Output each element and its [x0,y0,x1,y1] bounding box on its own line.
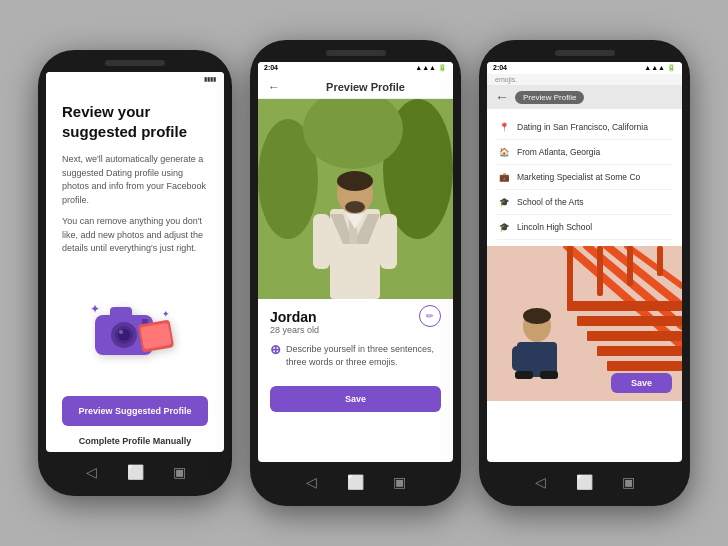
svg-rect-30 [567,246,573,306]
svg-rect-43 [515,371,533,379]
phone3-nav-bar: ◁ ⬜ ▣ [533,468,637,496]
phone2-header: ← Preview Profile [258,74,453,99]
svg-rect-33 [657,246,663,276]
phone-2: 2:04 ▲▲▲ 🔋 ← Preview Profile [250,40,461,506]
phone-1: ▮▮▮▮ Review your suggested profile Next,… [38,50,232,496]
svg-rect-38 [607,361,682,371]
camera-illustration: ✦ ✦ [90,297,180,362]
svg-rect-24 [380,214,397,269]
phone-1-screen: ▮▮▮▮ Review your suggested profile Next,… [46,72,224,452]
svg-rect-31 [597,246,603,296]
list-item: 🎓 School of the Arts [497,190,672,215]
complete-manually-button[interactable]: Complete Profile Manually [62,436,208,446]
profile-name: Jordan [270,309,319,325]
phone3-recent-nav[interactable]: ▣ [621,474,637,490]
add-description-icon[interactable]: ⊕ [270,343,281,356]
profile-age: 28 years old [270,325,319,335]
phone1-content: Review your suggested profile Next, we'l… [46,82,224,452]
svg-rect-32 [627,246,633,286]
home-nav-icon[interactable]: ⬜ [127,464,143,480]
work-icon: 💼 [497,170,511,184]
phone2-profile-photo [258,99,453,299]
phone3-back-button[interactable]: ← [495,89,509,105]
svg-text:✦: ✦ [162,309,170,319]
back-nav-icon[interactable]: ◁ [83,464,99,480]
phone1-body2: You can remove anything you don't like, … [62,215,208,256]
phone2-back-nav[interactable]: ◁ [304,474,320,490]
list-item: 🎓 Lincoln High School [497,215,672,240]
phone-2-screen: 2:04 ▲▲▲ 🔋 ← Preview Profile [258,62,453,462]
phone3-bottom-photo: Save [487,246,682,401]
phone3-save-button[interactable]: Save [611,373,672,393]
list-item: 💼 Marketing Specialist at Some Co [497,165,672,190]
svg-rect-37 [597,346,682,356]
phone-3: 2:04 ▲▲▲ 🔋 emojis. ← Preview Profile 📍 D… [479,40,690,506]
edit-button[interactable]: ✏ [419,305,441,327]
phone2-save-button[interactable]: Save [270,386,441,412]
phone1-nav-bar: ◁ ⬜ ▣ [83,458,187,486]
phone-3-screen: 2:04 ▲▲▲ 🔋 emojis. ← Preview Profile 📍 D… [487,62,682,462]
svg-point-5 [119,330,123,334]
profile-person-svg [258,99,453,299]
phone1-title: Review your suggested profile [62,102,208,141]
phone3-time: 2:04 [493,64,507,72]
list-item: 📍 Dating in San Francisco, California [497,115,672,140]
phone3-header: ← Preview Profile [487,85,682,109]
describe-row: ⊕ Describe yourself in three sentences, … [270,343,441,368]
svg-rect-41 [512,346,527,371]
education-icon-1: 🎓 [497,195,511,209]
phone3-status-bar: 2:04 ▲▲▲ 🔋 [487,62,682,74]
phone3-home-nav[interactable]: ⬜ [577,474,593,490]
phone2-nav-bar: ◁ ⬜ ▣ [304,468,408,496]
svg-point-21 [345,201,365,213]
phone2-back-button[interactable]: ← [268,80,280,94]
preview-profile-button[interactable]: Preview Suggested Profile [62,396,208,426]
phone2-time: 2:04 [264,64,278,72]
hometown-text: From Atlanta, Georgia [517,147,600,157]
svg-rect-1 [110,307,132,319]
list-item: 🏠 From Atlanta, Georgia [497,140,672,165]
home-icon: 🏠 [497,145,511,159]
location-icon: 📍 [497,120,511,134]
svg-text:✦: ✦ [90,302,100,316]
emojis-label: emojis. [487,74,682,85]
phone2-header-label: Preview Profile [288,81,443,93]
school-1-text: School of the Arts [517,197,584,207]
phone3-header-badge: Preview Profile [515,91,584,104]
phone1-body1: Next, we'll automatically generate a sug… [62,153,208,207]
phone2-status-bar: 2:04 ▲▲▲ 🔋 [258,62,453,74]
illustration-area: ✦ ✦ [62,280,208,381]
work-text: Marketing Specialist at Some Co [517,172,640,182]
phone3-signal: ▲▲▲ 🔋 [644,64,676,72]
svg-rect-23 [313,214,330,269]
education-icon-2: 🎓 [497,220,511,234]
describe-placeholder-text: Describe yourself in three sentences, th… [286,343,441,368]
svg-rect-34 [567,301,682,311]
edit-icon: ✏ [426,311,434,321]
phone3-info-list: 📍 Dating in San Francisco, California 🏠 … [487,109,682,246]
svg-point-20 [337,171,373,191]
phone2-signal: ▲▲▲ 🔋 [415,64,447,72]
phone2-profile-info: Jordan 28 years old ✏ ⊕ Describe yoursel… [258,299,453,386]
svg-rect-44 [540,371,558,379]
phone2-home-nav[interactable]: ⬜ [348,474,364,490]
svg-rect-35 [577,316,682,326]
svg-rect-36 [587,331,682,341]
title-text: Review your suggested profile [62,103,187,140]
phone3-back-nav[interactable]: ◁ [533,474,549,490]
phone2-recent-nav[interactable]: ▣ [392,474,408,490]
battery-icon: ▮▮▮▮ [204,75,216,82]
school-2-text: Lincoln High School [517,222,592,232]
svg-point-45 [523,308,551,324]
svg-rect-6 [142,319,148,324]
dating-location-text: Dating in San Francisco, California [517,122,648,132]
svg-rect-42 [537,346,552,371]
recent-nav-icon[interactable]: ▣ [171,464,187,480]
